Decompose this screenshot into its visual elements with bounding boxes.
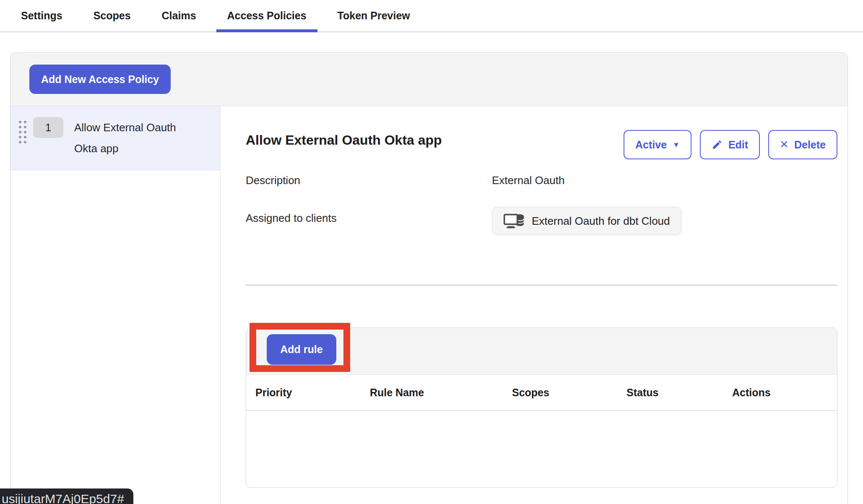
policy-title: Allow External Oauth Okta app (246, 132, 442, 148)
panel-body: 1 Allow External Oauth Okta app Allow Ex… (10, 106, 847, 504)
edit-label: Edit (728, 139, 748, 151)
close-icon: × (780, 137, 788, 151)
policy-list-item[interactable]: 1 Allow External Oauth Okta app (10, 106, 220, 170)
column-header-scopes: Scopes (512, 387, 626, 399)
tab-access-policies[interactable]: Access Policies (216, 0, 317, 31)
column-header-priority: Priority (255, 387, 370, 399)
rules-table-header: Priority Rule Name Scopes Status Actions (246, 375, 837, 411)
tab-settings[interactable]: Settings (10, 0, 73, 31)
add-new-access-policy-button[interactable]: Add New Access Policy (29, 65, 171, 94)
description-label: Description (246, 173, 492, 187)
rules-table-empty-body (246, 411, 837, 486)
policy-actions: Active ▼ Edit × Delete (624, 130, 837, 159)
column-header-status: Status (626, 387, 732, 399)
chevron-down-icon: ▼ (673, 141, 680, 148)
policy-fields: Description External Oauth Assigned to c… (246, 173, 837, 235)
policy-detail-header: Allow External Oauth Okta app Active ▼ E… (246, 130, 837, 159)
assigned-clients-value: External Oauth for dbt Cloud (492, 211, 837, 235)
status-dropdown-button[interactable]: Active ▼ (624, 130, 691, 159)
policy-list: 1 Allow External Oauth Okta app (10, 106, 221, 504)
policy-name-label: Allow External Oauth Okta app (74, 117, 200, 159)
tab-scopes[interactable]: Scopes (83, 0, 142, 31)
access-policies-panel: Add New Access Policy 1 Allow External O… (10, 52, 848, 504)
delete-button[interactable]: × Delete (768, 130, 837, 159)
status-label: Active (635, 139, 667, 151)
panel-toolbar: Add New Access Policy (10, 53, 847, 106)
policy-priority-badge: 1 (33, 117, 63, 138)
description-value: External Oauth (492, 173, 837, 187)
status-url-tooltip: usijiutarM7Aj0Ep5d7# (0, 488, 133, 504)
tab-bar: Settings Scopes Claims Access Policies T… (0, 0, 863, 32)
tab-claims[interactable]: Claims (151, 0, 207, 31)
assigned-to-clients-label: Assigned to clients (246, 211, 492, 225)
add-rule-button[interactable]: Add rule (267, 334, 336, 365)
column-header-rule-name: Rule Name (370, 387, 512, 399)
policy-detail-panel: Allow External Oauth Okta app Active ▼ E… (221, 106, 847, 504)
column-header-actions: Actions (732, 387, 837, 399)
rules-card: Add rule Priority Rule Name Scopes Statu… (246, 327, 837, 488)
delete-label: Delete (794, 139, 826, 151)
edit-button[interactable]: Edit (700, 130, 760, 159)
computer-icon (503, 212, 525, 230)
client-chip[interactable]: External Oauth for dbt Cloud (492, 207, 681, 235)
tab-token-preview[interactable]: Token Preview (327, 0, 421, 31)
client-chip-label: External Oauth for dbt Cloud (532, 215, 670, 228)
drag-handle-icon[interactable] (19, 121, 26, 143)
pencil-icon (712, 139, 723, 150)
rules-toolbar: Add rule (246, 328, 837, 375)
section-divider (246, 285, 837, 286)
